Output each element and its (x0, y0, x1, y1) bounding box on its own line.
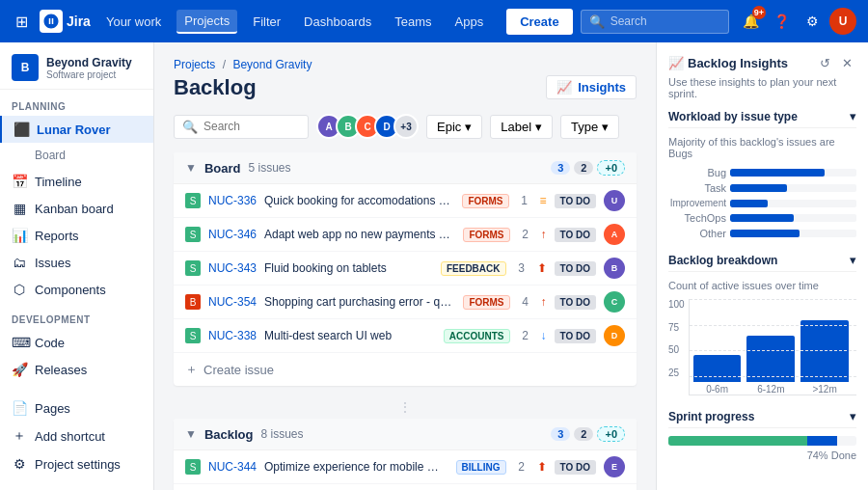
notifications-button[interactable]: 🔔 9+ (737, 8, 764, 35)
type-filter-button[interactable]: Type ▾ (560, 115, 619, 139)
sidebar-item-reports[interactable]: 📊 Reports (0, 222, 153, 249)
sprint-bar-container (668, 436, 856, 446)
sidebar-project[interactable]: B Beyond Gravity Software project (0, 42, 153, 90)
development-section-label: DEVELOPMENT (0, 303, 153, 329)
components-icon: ⬡ (12, 282, 27, 297)
drag-handle-icon[interactable]: ⋮ (398, 399, 412, 415)
board-issue-NUC-346[interactable]: S NUC-346 Adapt web app no new payments … (174, 218, 637, 252)
teams-nav[interactable]: Teams (387, 11, 439, 33)
code-icon: ⌨ (12, 335, 27, 350)
top-navigation: ⊞ Jira Your work Projects Filter Dashboa… (0, 0, 868, 42)
issue-type-story-icon: S (185, 459, 201, 475)
workload-bar-task (730, 184, 787, 192)
apps-nav[interactable]: Apps (448, 11, 492, 33)
board-badge-1: 3 (551, 161, 570, 175)
y-label-100: 100 (668, 299, 685, 310)
type-chevron-icon: ▾ (602, 120, 609, 134)
issue-avatar: D (604, 325, 625, 346)
board-issue-NUC-343[interactable]: S NUC-343 Fluid booking on tablets FEEDB… (174, 252, 637, 286)
board-section-header[interactable]: ▼ Board 5 issues 3 2 +0 (174, 152, 637, 184)
filters-nav[interactable]: Filter (245, 11, 288, 33)
backlog-badges: 3 2 +0 (551, 426, 625, 442)
search-bar[interactable]: 🔍 (581, 10, 729, 34)
issue-type-story-icon: S (185, 227, 201, 242)
y-label-75: 75 (668, 322, 685, 333)
sidebar-item-add-shortcut[interactable]: ＋ Add shortcut (0, 422, 153, 450)
workload-row-other: Other (668, 228, 856, 239)
insights-refresh-button[interactable]: ↺ (816, 54, 834, 72)
breakdown-chart: 100 75 50 25 (668, 299, 856, 395)
sprint-section-header[interactable]: Sprint progress ▾ (668, 409, 856, 428)
backlog-search-input[interactable] (203, 120, 300, 133)
sidebar-item-pages[interactable]: 📄 Pages (0, 395, 153, 422)
sidebar-item-releases[interactable]: 🚀 Releases (0, 356, 153, 383)
create-button[interactable]: Create (506, 9, 572, 35)
project-info: Beyond Gravity Software project (46, 56, 132, 80)
projects-nav[interactable]: Projects (176, 10, 237, 34)
issue-num: 3 (514, 261, 529, 275)
sprint-label: 74% Done (668, 449, 856, 461)
sidebar-item-components[interactable]: ⬡ Components (0, 276, 153, 303)
add-icon: ＋ (12, 427, 27, 445)
drag-divider: ⋮ (174, 395, 637, 419)
sidebar-item-issues[interactable]: 🗂 Issues (0, 249, 153, 276)
jira-logo[interactable]: Jira (40, 10, 91, 33)
issue-key[interactable]: NUC-346 (208, 228, 257, 241)
workload-label-improvement: Improvement (668, 198, 726, 208)
status-badge: TO DO (555, 228, 596, 242)
board-issue-NUC-338[interactable]: S NUC-338 Multi-dest search UI web ACCOU… (174, 319, 637, 353)
backlog-search-bar[interactable]: 🔍 (174, 115, 309, 139)
sprint-progress-section: Sprint progress ▾ 74% Done (668, 409, 856, 461)
avatar-more[interactable]: +3 (393, 114, 419, 139)
backlog-issue-NUC-344[interactable]: S NUC-344 Optimize experience for mobile… (174, 450, 637, 484)
priority-highest-icon: ↑ (541, 295, 547, 309)
pages-icon: 📄 (12, 400, 27, 416)
breadcrumb-projects[interactable]: Projects (174, 58, 215, 71)
issue-summary: Quick booking for accomodations - websit… (264, 194, 450, 207)
insights-button[interactable]: 📈 Insights (546, 75, 637, 99)
breadcrumb-project-name[interactable]: Beyond Gravity (232, 58, 312, 71)
epic-filter-button[interactable]: Epic ▾ (426, 115, 482, 139)
board-issue-NUC-354[interactable]: B NUC-354 Shopping cart purchasing error… (174, 286, 637, 319)
sidebar-item-kanban[interactable]: ▦ Kanban board (0, 195, 153, 222)
sidebar-item-board-sub[interactable]: Board (0, 143, 153, 168)
workload-section-header[interactable]: Workload by issue type ▾ (668, 109, 856, 128)
backlog-section-header[interactable]: ▼ Backlog 8 issues 3 2 +0 (174, 419, 637, 450)
breadcrumb-sep1: / (223, 58, 226, 71)
breakdown-section-header[interactable]: Backlog breakdown ▾ (668, 253, 856, 272)
search-input[interactable] (610, 14, 720, 28)
issue-key[interactable]: NUC-343 (208, 261, 257, 275)
breadcrumb: Projects / Beyond Gravity (174, 58, 637, 71)
backlog-issue-NUC-360[interactable]: S NUC-360 Onboard workout options (OWO) … (174, 484, 637, 490)
sidebar-item-code[interactable]: ⌨ Code (0, 329, 153, 356)
sidebar-item-timeline[interactable]: 📅 Timeline (0, 168, 153, 195)
insights-close-button[interactable]: ✕ (838, 54, 856, 72)
workload-bar-other (730, 230, 800, 237)
sidebar-item-project-settings[interactable]: ⚙ Project settings (0, 450, 153, 477)
insights-subtitle: Use these insights to plan your next spr… (668, 76, 856, 99)
settings-button[interactable]: ⚙ (799, 8, 826, 35)
issue-key[interactable]: NUC-338 (208, 329, 257, 342)
workload-label-techops: TechOps (668, 212, 726, 224)
bar-label-12m-plus: >12m (812, 384, 836, 395)
status-badge: TO DO (555, 261, 596, 276)
project-name: Beyond Gravity (46, 56, 132, 69)
issue-key[interactable]: NUC-354 (208, 295, 257, 309)
avatar-group: A B C D +3 (316, 114, 419, 139)
issue-key[interactable]: NUC-336 (208, 194, 257, 207)
sidebar-settings-label: Project settings (35, 457, 121, 472)
help-button[interactable]: ❓ (768, 8, 795, 35)
apps-grid-icon[interactable]: ⊞ (12, 9, 32, 35)
user-avatar-nav[interactable]: U (829, 8, 856, 35)
your-work-nav[interactable]: Your work (98, 11, 169, 33)
create-issue-row[interactable]: ＋ Create issue (174, 353, 637, 386)
board-issue-NUC-336[interactable]: S NUC-336 Quick booking for accomodation… (174, 184, 637, 218)
notification-badge: 9+ (752, 6, 766, 19)
backlog-section-title: Backlog (204, 427, 254, 442)
issue-key[interactable]: NUC-344 (208, 460, 257, 474)
label-filter-button[interactable]: Label ▾ (490, 115, 553, 139)
dashboards-nav[interactable]: Dashboards (296, 11, 379, 33)
workload-row-techops: TechOps (668, 212, 856, 224)
sidebar-item-board[interactable]: ⬛ Lunar Rover (0, 116, 153, 143)
create-issue-label: Create issue (203, 363, 274, 377)
